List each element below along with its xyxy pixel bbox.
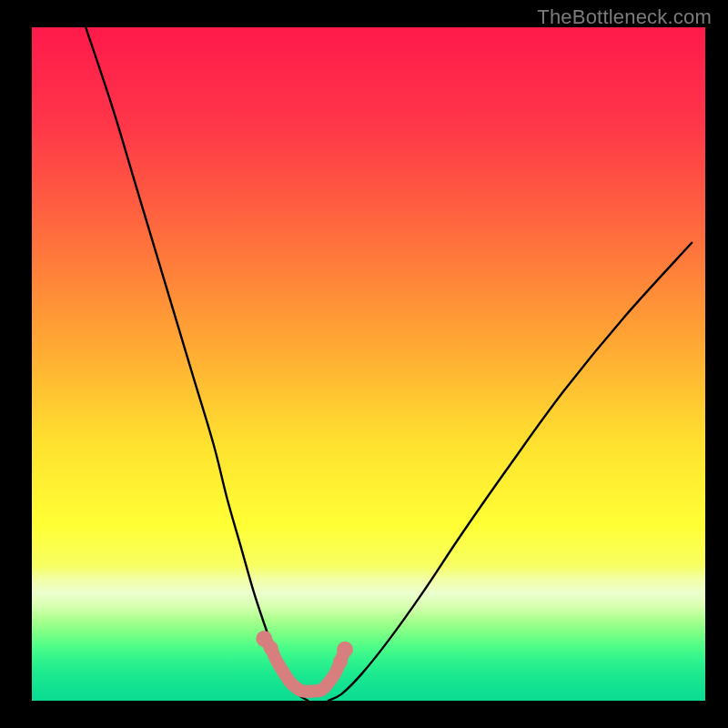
chart-frame: TheBottleneck.com (0, 0, 728, 728)
marker-dot (337, 642, 353, 658)
marker-dot (264, 641, 278, 655)
right-curve (329, 243, 693, 701)
chart-svg (32, 27, 705, 701)
left-curve (86, 27, 308, 701)
watermark-text: TheBottleneck.com (537, 5, 712, 29)
plot-area (32, 27, 705, 701)
floor-markers (256, 631, 353, 669)
